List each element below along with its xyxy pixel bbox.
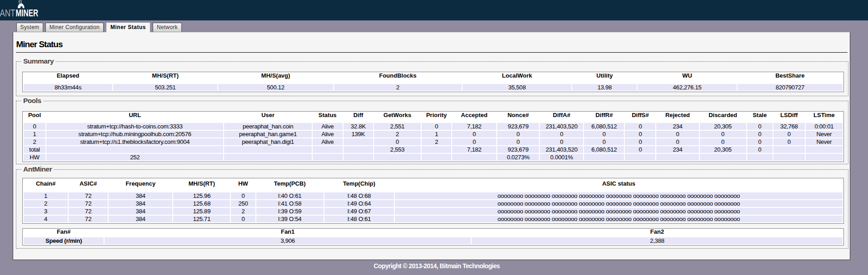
svg-text:ANT: ANT [0,7,15,19]
svg-text:MINER: MINER [16,7,39,19]
